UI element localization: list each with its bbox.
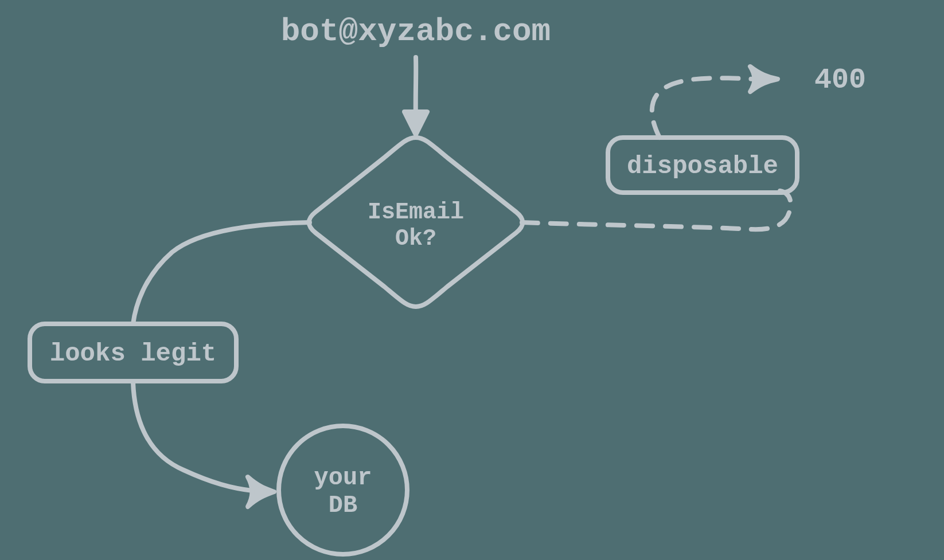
edge-decision-to-disposable xyxy=(522,191,790,229)
email-input-label: bot@xyzabc.com xyxy=(281,13,551,50)
decision-text-line2: Ok? xyxy=(395,226,436,252)
flow-diagram: bot@xyzabc.com IsEmail Ok? looks legit y… xyxy=(0,0,944,560)
edge-disposable-to-400 xyxy=(652,66,778,138)
decision-text-line1: IsEmail xyxy=(368,199,464,225)
edge-legit-to-db xyxy=(133,382,274,507)
disposable-label: disposable xyxy=(627,152,778,181)
db-circle: your DB xyxy=(279,426,407,554)
legit-box: looks legit xyxy=(30,324,236,381)
edge-decision-to-legit xyxy=(133,222,310,324)
db-text-line2: DB xyxy=(329,492,357,519)
disposable-box: disposable xyxy=(608,138,797,193)
error-code-label: 400 xyxy=(814,64,866,96)
arrow-title-to-decision xyxy=(404,57,427,135)
db-text-line1: your xyxy=(314,464,372,492)
decision-diamond: IsEmail Ok? xyxy=(309,138,523,307)
legit-label: looks legit xyxy=(50,339,216,368)
